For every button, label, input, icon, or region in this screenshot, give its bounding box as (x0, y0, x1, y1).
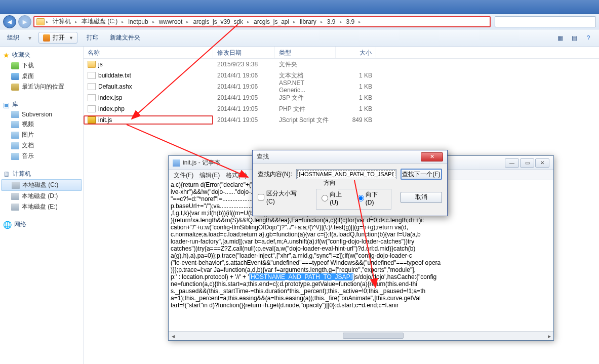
open-button[interactable]: 打开 ▼ (38, 32, 77, 44)
crumb-computer[interactable]: 计算机 (50, 17, 73, 26)
nav-drive-c[interactable]: 本地磁盘 (C:) (1, 179, 82, 191)
file-name: init.js (98, 116, 112, 124)
nav-drive-e[interactable]: 本地磁盘 (E:) (0, 201, 83, 212)
file-name: js (98, 61, 103, 68)
chevron-right-icon: ▸ (152, 19, 155, 24)
crumb-api[interactable]: arcgis_js_api (251, 18, 292, 25)
crumb-wwwroot[interactable]: wwwroot (156, 18, 185, 25)
nav-documents[interactable]: 文档 (0, 140, 83, 151)
direction-up[interactable]: 向上(U) (322, 190, 350, 206)
computer-header[interactable]: 🖥计算机 (0, 169, 83, 179)
file-row[interactable]: Default.ashx2014/4/1 19:06ASP.NET Generi… (84, 81, 599, 92)
maximize-button[interactable]: ▭ (520, 158, 534, 168)
chevron-right-icon: ▸ (339, 19, 343, 24)
nav-recent[interactable]: 最近访问的位置 (0, 82, 83, 92)
file-size: 1 KB (336, 105, 376, 112)
file-name: builddate.txt (98, 72, 131, 79)
file-icon (88, 105, 96, 112)
favorites-header[interactable]: ★收藏夹 (0, 50, 83, 60)
file-icon (88, 94, 96, 101)
nav-music[interactable]: 音乐 (0, 151, 83, 161)
find-cancel-button[interactable]: 取消 (401, 192, 442, 203)
find-close-button[interactable]: ✕ (421, 152, 443, 161)
file-row[interactable]: init.js2014/4/1 19:05JScript Script 文件84… (84, 114, 599, 126)
star-icon: ★ (3, 51, 10, 59)
notepad-icon (173, 159, 180, 167)
help-icon[interactable]: ? (583, 32, 594, 44)
breadcrumb-bar[interactable]: ▸ 计算机 ▸ 本地磁盘 (C:) ▸ inetpub ▸ wwwroot ▸ … (33, 16, 491, 27)
find-title: 查找 (257, 152, 421, 161)
menu-edit[interactable]: 编辑(E) (197, 171, 222, 179)
nav-video[interactable]: 视频 (0, 119, 83, 130)
navigation-pane[interactable]: ★收藏夹 下载 桌面 最近访问的位置 ▣库 Subversion 视频 图片 文… (0, 47, 84, 364)
match-case-label: 区分大小写(C) (266, 189, 305, 205)
find-input[interactable] (296, 169, 396, 179)
file-size: 1 KB (336, 72, 376, 79)
find-titlebar[interactable]: 查找 ✕ (253, 150, 447, 164)
find-dialog[interactable]: 查找 ✕ 查找内容(N): 查找下一个(F) 区分大小写(C) 方向 向上(U)… (252, 150, 448, 216)
file-list[interactable]: js2015/9/23 9:38文件夹builddate.txt2014/4/1… (84, 59, 599, 126)
chevron-right-icon: ▸ (247, 19, 250, 24)
nav-back-button[interactable]: ◄ (3, 15, 16, 28)
menu-format[interactable]: 格式(O) (224, 171, 249, 179)
horizontal-scrollbar[interactable]: ◂ ▸ (169, 331, 553, 340)
column-headers[interactable]: 名称 修改日期 类型 大小 (84, 47, 599, 59)
chevron-right-icon: ▸ (293, 19, 296, 24)
new-folder-button[interactable]: 新建文件夹 (108, 32, 142, 43)
minimize-button[interactable]: — (505, 158, 519, 168)
file-size: 849 KB (336, 116, 376, 124)
direction-down[interactable]: 向下(D) (357, 190, 386, 206)
close-button[interactable]: ✕ (535, 158, 549, 168)
file-row[interactable]: index.jsp2014/4/1 19:05JSP 文件1 KB (84, 92, 599, 103)
view-options-icon[interactable]: ▦ (554, 32, 566, 44)
file-size: 1 KB (336, 94, 376, 101)
crumb-inetpub[interactable]: inetpub (126, 18, 150, 25)
file-size: 1 KB (336, 83, 376, 90)
file-row[interactable]: js2015/9/23 9:38文件夹 (84, 59, 599, 70)
match-case-checkbox[interactable]: 区分大小写(C) (258, 189, 305, 205)
scroll-right-icon[interactable]: ▸ (545, 332, 553, 340)
crumb-39a[interactable]: 3.9 (325, 18, 338, 25)
menu-file[interactable]: 文件(F) (172, 171, 195, 179)
crumb-library[interactable]: library (297, 18, 319, 25)
find-next-button[interactable]: 查找下一个(F) (401, 169, 442, 180)
scrollbar-thumb[interactable] (343, 333, 404, 339)
crumb-39b[interactable]: 3.9 (344, 18, 357, 25)
nav-pictures[interactable]: 图片 (0, 130, 83, 140)
nav-subversion[interactable]: Subversion (0, 110, 83, 119)
match-case-input[interactable] (258, 194, 264, 200)
file-icon (88, 72, 96, 79)
search-input[interactable] (495, 16, 596, 27)
nav-desktop[interactable]: 桌面 (0, 71, 83, 82)
file-icon (88, 61, 96, 68)
col-date[interactable]: 修改日期 (213, 47, 275, 58)
file-row[interactable]: index.php2014/4/1 19:05PHP 文件1 KB (84, 103, 599, 114)
nav-forward-button[interactable]: ► (18, 15, 31, 28)
direction-label: 方向 (322, 179, 338, 187)
print-button[interactable]: 打印 (85, 32, 101, 43)
file-date: 2014/4/1 19:05 (213, 116, 275, 124)
organize-button[interactable]: 组织 (5, 32, 21, 43)
direction-group: 方向 向上(U) 向下(D) (316, 185, 391, 210)
crumb-drive-c[interactable]: 本地磁盘 (C:) (79, 17, 120, 26)
drive-icon (11, 204, 19, 211)
nav-drive-d[interactable]: 本地磁盘 (D:) (0, 191, 83, 201)
chevron-right-icon: ▸ (186, 19, 189, 24)
scroll-left-icon[interactable]: ◂ (169, 332, 177, 340)
preview-pane-icon[interactable]: ▤ (569, 32, 580, 44)
address-row: ◄ ► ▸ 计算机 ▸ 本地磁盘 (C:) ▸ inetpub ▸ wwwroo… (0, 14, 599, 29)
file-name: index.php (98, 105, 125, 112)
crumb-sdk[interactable]: arcgis_js_v39_sdk (190, 18, 246, 25)
toolbar: 组织 ▾ 打开 ▼ 打印 新建文件夹 ▦ ▤ ? (0, 29, 599, 47)
chevron-right-icon: ▸ (74, 19, 78, 24)
network-header[interactable]: 🌐网络 (0, 219, 83, 230)
file-type: ASP.NET Generic... (275, 79, 336, 94)
drive-icon (12, 182, 20, 189)
col-name[interactable]: 名称 (84, 47, 213, 58)
col-type[interactable]: 类型 (275, 47, 336, 58)
col-size[interactable]: 大小 (336, 47, 376, 58)
file-row[interactable]: builddate.txt2014/4/1 19:06文本文档1 KB (84, 70, 599, 81)
nav-downloads[interactable]: 下载 (0, 60, 83, 71)
file-type: PHP 文件 (275, 105, 336, 113)
libraries-header[interactable]: ▣库 (0, 99, 83, 110)
